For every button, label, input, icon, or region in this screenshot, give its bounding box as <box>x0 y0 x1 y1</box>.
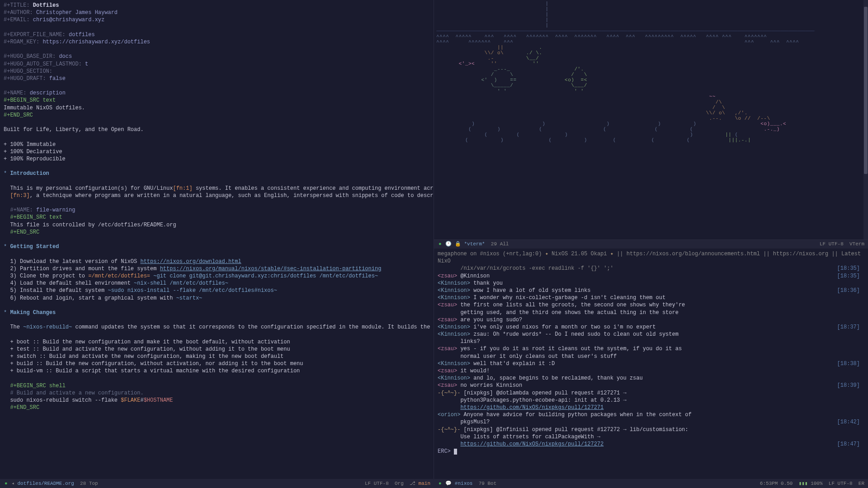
git-branch: main <box>419 480 430 487</box>
major-mode: Org <box>395 480 404 487</box>
position: 28 Top <box>80 480 98 487</box>
org-content: #+TITLE: Dotfiles #+AUTHOR: Christopher … <box>4 2 430 412</box>
battery-pct: 100% <box>811 480 822 487</box>
vterm-buffer[interactable]: | | | | | ~~~~~~~~~~~~~~~~~~~~~~~~~~~~~~… <box>434 0 868 239</box>
indicator-icon: ● <box>5 480 8 487</box>
org-modeline: ● ◂ dotfiles/README.org 28 Top LF UTF-8 … <box>0 479 434 488</box>
buffer-file: dotfiles/README.org <box>17 480 74 487</box>
back-icon: ◂ <box>11 480 14 487</box>
org-buffer[interactable]: #+TITLE: Dotfiles #+AUTHOR: Christopher … <box>0 0 434 479</box>
buffer-name: *vterm* <box>464 241 485 248</box>
ascii-art: | | | | | ~~~~~~~~~~~~~~~~~~~~~~~~~~~~~~… <box>434 0 868 144</box>
irc-buffer[interactable]: megaphone on #nixos (+nrt,lag:0) ✦ NixOS… <box>434 249 868 479</box>
branch-icon: ⎇ <box>410 480 415 487</box>
vterm-modeline: ● 🕐 🔒 *vterm* 29 All LF UTF-8 VTerm <box>434 239 868 249</box>
encoding: LF UTF-8 <box>820 241 844 248</box>
encoding: LF UTF-8 <box>365 480 389 487</box>
encoding: LF UTF-8 <box>829 480 853 487</box>
battery-icon: ▮▮▮ <box>799 480 808 487</box>
clock-icon: 🕐 <box>445 241 452 248</box>
indicator-icon: ● <box>439 480 442 487</box>
lock-icon: 🔒 <box>455 241 461 248</box>
irc-prompt: ERC> <box>438 448 451 455</box>
chat-icon: 💬 <box>445 480 452 487</box>
position: 79 Bot <box>479 480 497 487</box>
irc-modeline: ● 💬 #nixos 79 Bot 6:53PM 0.50 ▮▮▮ 100% L… <box>434 479 868 488</box>
irc-input[interactable] <box>454 449 457 455</box>
major-mode: ER <box>859 480 864 487</box>
scrollbar[interactable] <box>863 0 868 239</box>
position: 29 All <box>491 241 509 248</box>
channel-name: #nixos <box>455 480 473 487</box>
indicator-icon: ● <box>439 241 442 248</box>
major-mode: VTerm <box>849 241 864 248</box>
clock: 6:53PM 0.50 <box>760 480 793 487</box>
